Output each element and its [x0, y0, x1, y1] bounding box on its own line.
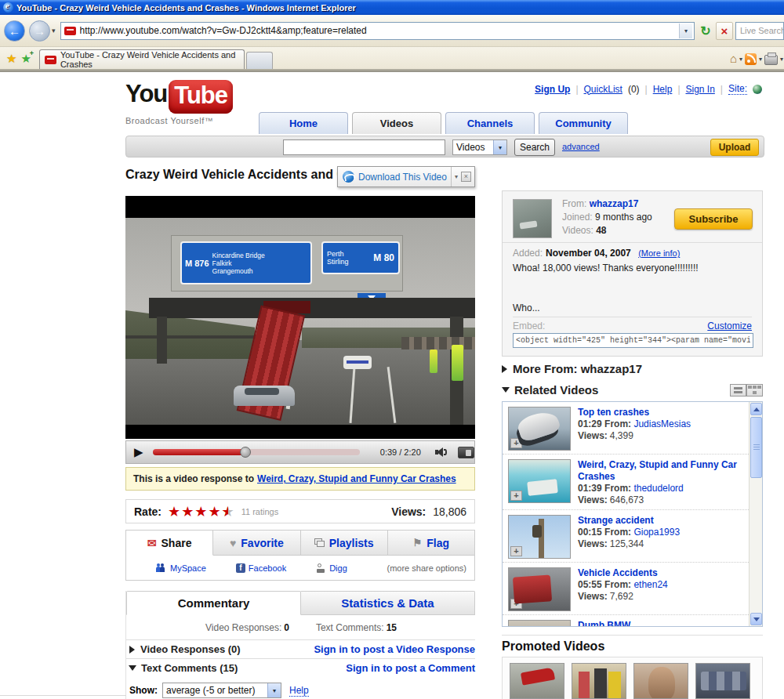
rss-icon[interactable]: [745, 53, 757, 65]
statistics-tab[interactable]: Statistics & Data: [301, 591, 475, 614]
search-input[interactable]: [283, 139, 445, 155]
playlists-tab[interactable]: Playlists: [301, 531, 388, 555]
home-icon[interactable]: ⌂: [730, 52, 737, 65]
volume-icon[interactable]: [435, 447, 447, 457]
youtube-logo[interactable]: You Tube Broadcast Yourself™: [125, 80, 233, 125]
post-comment-link[interactable]: Sign in to post a Comment: [346, 662, 475, 674]
sign-up-link[interactable]: Sign Up: [535, 84, 570, 95]
related-thumbnail[interactable]: +: [508, 620, 571, 627]
print-icon[interactable]: [764, 55, 778, 65]
expanded-arrow-icon[interactable]: [502, 387, 510, 393]
star-icon[interactable]: ★: [208, 505, 220, 519]
favorite-tab[interactable]: ♥ Favorite: [213, 531, 300, 555]
live-search-input[interactable]: Live Search: [735, 22, 784, 40]
related-thumbnail[interactable]: +: [508, 567, 571, 611]
scroll-down-button[interactable]: [750, 613, 762, 625]
commentary-tab[interactable]: Commentary: [126, 591, 301, 615]
history-dropdown[interactable]: ▾: [52, 27, 56, 34]
search-scope-select[interactable]: Videos ▾: [452, 139, 507, 155]
more-from-section[interactable]: More From: whazzap17: [502, 362, 642, 375]
collapsed-arrow-icon[interactable]: [129, 646, 135, 654]
tab-channels[interactable]: Channels: [445, 112, 535, 134]
site-link[interactable]: Site:: [728, 83, 747, 95]
play-button[interactable]: ▶: [134, 445, 143, 459]
upload-button[interactable]: Upload: [710, 139, 759, 156]
related-uploader-link[interactable]: Giopa1993: [633, 527, 680, 538]
tab-home[interactable]: Home: [259, 112, 348, 134]
video-player[interactable]: M 876 Kincardine Bridge Falkirk Grangemo…: [125, 196, 475, 439]
quicklist-link[interactable]: QuickList: [584, 84, 622, 95]
comment-filter-select[interactable]: average (-5 or better) ▾: [162, 683, 281, 698]
related-scrollbar[interactable]: [749, 402, 762, 626]
related-uploader-link[interactable]: thedudelord: [633, 483, 683, 494]
progress-scrubber[interactable]: [240, 447, 251, 458]
star-icon[interactable]: ★: [168, 505, 180, 519]
post-video-response-link[interactable]: Sign in to post a Video Response: [314, 643, 475, 655]
related-thumbnail[interactable]: +: [508, 515, 571, 559]
print-dropdown[interactable]: ▾: [780, 56, 783, 63]
related-video-item[interactable]: + Weird, Crazy, Stupid and Funny Car Cra…: [503, 455, 749, 510]
uploader-username-link[interactable]: whazzap17: [590, 198, 639, 209]
advanced-search-link[interactable]: advanced: [562, 142, 600, 151]
uploader-avatar[interactable]: [513, 199, 552, 238]
add-favorite-icon[interactable]: ★+: [20, 52, 31, 66]
address-bar[interactable]: http://www.youtube.com/watch?v=Gw-DJ2ckt…: [60, 22, 695, 40]
add-to-quicklist-icon[interactable]: +: [510, 438, 522, 448]
video-responses-title[interactable]: Video Responses (0): [140, 643, 241, 655]
flag-tab[interactable]: ⚑ Flag: [388, 531, 474, 555]
back-button[interactable]: ←: [4, 20, 25, 42]
grid-view-button[interactable]: [746, 384, 763, 397]
related-title-link[interactable]: Top ten crashes: [578, 407, 691, 418]
add-to-quicklist-icon[interactable]: +: [510, 491, 522, 501]
globe-icon[interactable]: [753, 85, 762, 94]
related-video-item[interactable]: + Strange accident 00:15 From: Giopa1993…: [503, 510, 749, 563]
stop-button[interactable]: ×: [716, 22, 733, 40]
text-comments-title[interactable]: Text Comments (15): [141, 662, 238, 674]
home-dropdown[interactable]: ▾: [739, 56, 742, 63]
related-title-link[interactable]: Weird, Crazy, Stupid and Funny Car Crash…: [578, 459, 744, 483]
tab-community[interactable]: Community: [539, 112, 628, 134]
related-video-item[interactable]: + Dumb BMW 00:27 From: MicrosoftHat View…: [503, 615, 749, 627]
add-to-quicklist-icon[interactable]: +: [510, 546, 522, 556]
related-video-item[interactable]: + Vehicle Accidents 05:55 From: ethen24 …: [503, 563, 749, 615]
related-thumbnail[interactable]: +: [508, 407, 571, 451]
half-star-icon[interactable]: ★ ★: [222, 505, 234, 519]
forward-button[interactable]: →: [29, 20, 50, 42]
search-button[interactable]: Search: [514, 139, 555, 156]
rss-dropdown[interactable]: ▾: [759, 56, 762, 63]
scroll-up-button[interactable]: [750, 403, 762, 415]
star-icon[interactable]: ★: [181, 505, 194, 519]
promoted-thumbnail[interactable]: [510, 663, 564, 699]
related-uploader-link[interactable]: ethen24: [633, 579, 667, 590]
promoted-thumbnail[interactable]: [695, 663, 750, 699]
screen-size-icon[interactable]: [458, 447, 474, 458]
share-tab[interactable]: ✉ Share: [126, 531, 213, 556]
response-video-link[interactable]: Weird, Crazy, Stupid and Funny Car Crash…: [257, 473, 456, 484]
sign-in-link[interactable]: Sign In: [686, 84, 715, 95]
promoted-thumbnail[interactable]: [633, 663, 688, 699]
address-dropdown-button[interactable]: ▾: [679, 24, 692, 38]
more-info-link[interactable]: (More info): [638, 248, 680, 258]
new-tab-button[interactable]: [246, 52, 273, 69]
chevron-down-icon[interactable]: ▾: [455, 173, 458, 180]
tab-videos[interactable]: Videos: [352, 112, 441, 134]
facebook-link[interactable]: f Facebook: [236, 563, 286, 573]
list-view-button[interactable]: [730, 384, 746, 397]
progress-bar[interactable]: [153, 449, 360, 455]
favorites-star-icon[interactable]: ★: [6, 52, 16, 66]
promoted-thumbnail[interactable]: [572, 663, 626, 699]
browser-tab[interactable]: YouTube - Crazy Weird Vehicle Accidents …: [39, 49, 245, 69]
myspace-link[interactable]: MySpace: [156, 563, 206, 573]
related-thumbnail[interactable]: +: [508, 459, 571, 503]
help-link[interactable]: Help: [289, 685, 309, 697]
related-video-item[interactable]: + Top ten crashes 01:29 From: JudiasMesi…: [503, 402, 749, 455]
more-share-options-link[interactable]: (more share options): [387, 563, 467, 573]
add-to-quicklist-icon[interactable]: +: [510, 599, 522, 609]
embed-code-input[interactable]: [513, 333, 753, 348]
help-link[interactable]: Help: [653, 84, 673, 95]
related-title-link[interactable]: Strange accident: [578, 515, 680, 527]
refresh-button[interactable]: ↻: [698, 22, 713, 40]
digg-link[interactable]: Digg: [316, 563, 347, 573]
customize-link[interactable]: Customize: [707, 321, 752, 331]
scrollbar-thumb[interactable]: [750, 417, 762, 478]
